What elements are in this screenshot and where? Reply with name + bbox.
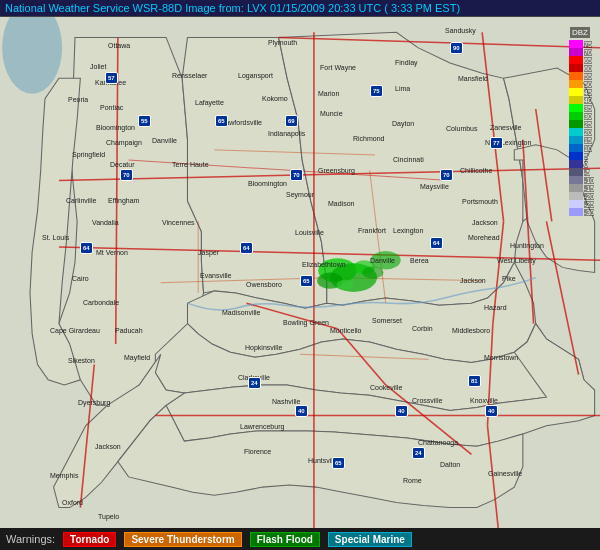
dbz-color [569, 144, 583, 152]
dbz-color [569, 128, 583, 136]
dbz-row: 15 [569, 136, 591, 144]
dbz-label: 25 [584, 121, 592, 128]
dbz-label: 5 [584, 153, 588, 160]
dbz-color [569, 192, 583, 200]
dbz-color [569, 56, 583, 64]
svg-point-41 [336, 280, 353, 290]
dbz-row: 50 [569, 80, 591, 88]
dbz-color [569, 72, 583, 80]
dbz-row: 65 [569, 56, 591, 64]
map-svg [0, 17, 600, 528]
dbz-legend: DBZ 75 70 65 60 [564, 27, 596, 216]
header-bar: National Weather Service WSR-88D Image f… [0, 0, 600, 17]
dbz-label: -25 [584, 201, 594, 208]
dbz-label: 15 [584, 137, 592, 144]
dbz-label: 10 [584, 145, 592, 152]
warning-thunderstorm-badge[interactable]: Severe Thunderstorm [124, 532, 241, 547]
warning-tornado-badge[interactable]: Tornado [63, 532, 116, 547]
dbz-row: 25 [569, 120, 591, 128]
dbz-label: 40 [584, 97, 592, 104]
dbz-title: DBZ [570, 27, 590, 38]
dbz-label: 55 [584, 73, 592, 80]
dbz-color [569, 184, 583, 192]
dbz-row: 10 [569, 144, 591, 152]
dbz-label: 50 [584, 81, 592, 88]
dbz-row: -25 [569, 200, 591, 208]
warnings-label: Warnings: [6, 533, 55, 545]
dbz-label: 35 [584, 105, 592, 112]
dbz-label: -30 [584, 209, 594, 216]
warning-special-marine-badge[interactable]: Special Marine [328, 532, 412, 547]
dbz-label: 45 [584, 89, 592, 96]
dbz-color [569, 168, 583, 176]
dbz-row: -10 [569, 176, 591, 184]
dbz-row: 30 [569, 112, 591, 120]
dbz-color [569, 112, 583, 120]
dbz-label: 75 [584, 41, 592, 48]
dbz-color [569, 80, 583, 88]
dbz-row: 60 [569, 64, 591, 72]
dbz-label: -5 [584, 169, 590, 176]
dbz-row: 75 [569, 40, 591, 48]
header-text: National Weather Service WSR-88D Image f… [5, 2, 460, 14]
dbz-color [569, 64, 583, 72]
dbz-color [569, 208, 583, 216]
dbz-color [569, 40, 583, 48]
dbz-color [569, 152, 583, 160]
dbz-label: 65 [584, 57, 592, 64]
dbz-color [569, 176, 583, 184]
dbz-row: 20 [569, 128, 591, 136]
warning-bar: Warnings: Tornado Severe Thunderstorm Fl… [0, 528, 600, 550]
dbz-label: 60 [584, 65, 592, 72]
dbz-scale: 75 70 65 60 55 [569, 40, 591, 216]
dbz-color [569, 104, 583, 112]
main-container: National Weather Service WSR-88D Image f… [0, 0, 600, 550]
dbz-color [569, 136, 583, 144]
dbz-row: 45 [569, 88, 591, 96]
dbz-row: 40 [569, 96, 591, 104]
dbz-row: 0 [569, 160, 591, 168]
dbz-label: -20 [584, 193, 594, 200]
dbz-color [569, 88, 583, 96]
dbz-color [569, 120, 583, 128]
dbz-color [569, 160, 583, 168]
warning-flash-flood-badge[interactable]: Flash Flood [250, 532, 320, 547]
dbz-row: -15 [569, 184, 591, 192]
dbz-label: 0 [584, 161, 588, 168]
dbz-color [569, 200, 583, 208]
map-area: Ottawa Joliet Plymouth Fort Wayne Sandus… [0, 17, 600, 528]
dbz-row: 55 [569, 72, 591, 80]
dbz-label: 70 [584, 49, 592, 56]
svg-point-43 [362, 266, 383, 278]
dbz-row: 70 [569, 48, 591, 56]
dbz-label: -15 [584, 185, 594, 192]
dbz-label: 30 [584, 113, 592, 120]
dbz-color [569, 96, 583, 104]
dbz-color [569, 48, 583, 56]
dbz-row: 35 [569, 104, 591, 112]
dbz-row: 5 [569, 152, 591, 160]
dbz-label: -10 [584, 177, 594, 184]
dbz-row: -5 [569, 168, 591, 176]
dbz-row: -30 [569, 208, 591, 216]
dbz-row: -20 [569, 192, 591, 200]
dbz-label: 20 [584, 129, 592, 136]
